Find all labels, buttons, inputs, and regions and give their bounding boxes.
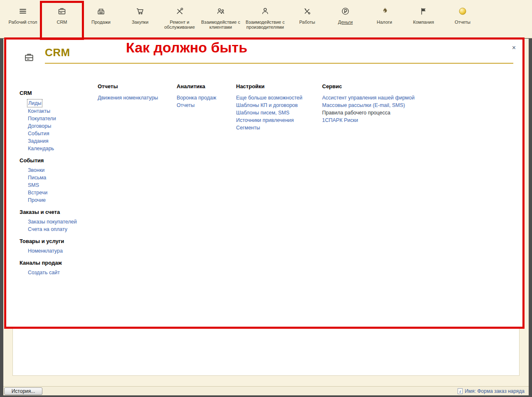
column-reports: Отчеты Движения номенклатуры [98,83,158,102]
sections-toolbar: Рабочий стол CRM Продажи Закупки Ремонт [0,0,532,38]
toolbar-tab-label: Рабочий стол [8,20,37,25]
people-icon [216,5,225,17]
column-header: Отчеты [98,83,158,90]
crm-icon [24,52,34,63]
toolbar-tab-works[interactable]: Работы [288,4,326,25]
nav-item-invoices[interactable]: Счета на оплату [28,226,96,233]
link-workflow-rules[interactable]: Правила рабочего процесса [322,109,434,117]
annotation-text: Как должно быть [126,40,247,56]
tools-icon [303,5,312,17]
toolbar-tab-client-interaction[interactable]: Взаимодействие с клиентами [200,4,242,30]
toolbar-tab-label: Закупки [132,20,148,25]
toolbar-tab-label: Отчеты [455,20,470,25]
toolbar-tab-label: Продажи [91,20,111,25]
toolbar-tab-label: Ремонт и обслуживание [160,20,200,30]
nav-item-letters[interactable]: Письма [28,174,96,181]
column-settings: Настройки Еще больше возможностей Шаблон… [236,83,302,132]
title-rule [45,63,513,64]
nav-group-goods-services: Товары и услуги Номенклатура [20,238,96,255]
history-button[interactable]: История... [4,387,42,395]
toolbar-tab-taxes[interactable]: Налоги [365,4,404,25]
link-proposal-templates[interactable]: Шаблоны КП и договоров [236,102,302,109]
toolbar-tab-label: Работы [299,20,315,25]
crm-section-menu: CRM Как должно быть × CRM Лиды Контакты … [4,37,525,329]
nav-item-other[interactable]: Прочие [28,196,96,204]
nav-item-calendar[interactable]: Календарь [28,145,96,152]
column-service: Сервис Ассистент управления нашей фирмой… [322,83,434,124]
close-icon[interactable]: × [510,44,517,52]
nav-group-crm: CRM Лиды Контакты Покупатели Договоры Со… [20,90,96,152]
column-header: Сервис [322,83,434,90]
nav-item-contracts[interactable]: Договоры [28,122,96,130]
nav-item-nomenclature[interactable]: Номенклатура [28,247,96,255]
panel-title: CRM [45,46,70,59]
toolbar-tab-label: Взаимодействие с клиентами [200,20,242,30]
nav-item-leads[interactable]: Лиды [27,99,42,107]
nav-item-customers[interactable]: Покупатели [28,115,96,122]
link-sales-funnel[interactable]: Воронка продаж [177,94,216,102]
toolbar-tab-repair-service[interactable]: Ремонт и обслуживание [160,4,200,30]
toolbar-tab-money[interactable]: Деньги [326,4,365,25]
crm-icon [57,5,66,17]
toolbar-tab-label: CRM [57,20,67,25]
person-icon [261,5,270,17]
panel-content: CRM Лиды Контакты Покупатели Договоры Со… [6,83,522,327]
cash-register-icon [96,5,106,17]
nav-item-events[interactable]: События [28,130,96,137]
column-analytics: Аналитика Воронка продаж Отчеты [177,83,216,109]
toolbar-tab-crm[interactable]: CRM [42,4,81,25]
link-management-assistant[interactable]: Ассистент управления нашей фирмой [322,94,434,102]
link-1spark-risks[interactable]: 1СПАРК Риски [322,117,434,124]
link-letter-sms-templates[interactable]: Шаблоны писем, SMS [236,109,302,117]
flag-icon [419,5,428,17]
cart-icon [135,5,145,17]
nav-group-header: Заказы и счета [20,209,96,216]
toolbar-tab-label: Взаимодействие с производителями [242,20,288,30]
toolbar-tab-sales[interactable]: Продажи [81,4,121,25]
info-icon: i [458,388,463,394]
nav-group-sales-channels: Каналы продаж Создать сайт [20,260,96,276]
toolbar-tab-purchases[interactable]: Закупки [121,4,160,25]
status-right: i Имя: Форма заказ наряда [458,388,525,394]
column-header: Аналитика [177,83,216,90]
sphere-reports-icon [458,5,467,17]
nav-group-orders-invoices: Заказы и счета Заказы покупателей Счета … [20,209,96,233]
toolbar-tab-label: Компания [413,20,434,25]
nav-item-create-site[interactable]: Создать сайт [28,269,96,276]
nav-group-events: События Звонки Письма SMS Встречи Прочие [20,157,96,204]
nav-group-header: CRM [20,90,96,97]
toolbar-tab-reports[interactable]: Отчеты [443,4,482,25]
crossed-tools-icon [175,5,184,17]
nav-group-header: Товары и услуги [20,238,96,245]
nav-group-header: Каналы продаж [20,260,96,266]
app-screen: Рабочий стол CRM Продажи Закупки Ремонт [0,0,532,397]
nav-item-customer-orders[interactable]: Заказы покупателей [28,218,96,226]
eagle-emblem-icon [380,5,389,17]
link-lead-sources[interactable]: Источники привлечения [236,117,302,124]
link-segments[interactable]: Сегменты [236,124,302,132]
link-more-features[interactable]: Еще больше возможностей [236,94,302,102]
toolbar-tab-label: Налоги [377,20,392,25]
status-bar: История... i Имя: Форма заказ наряда [3,386,529,395]
toolbar-tab-desktop[interactable]: Рабочий стол [3,4,42,25]
status-text: Имя: Форма заказ наряда [465,388,525,394]
panel-nav: CRM Лиды Контакты Покупатели Договоры Со… [20,90,96,281]
link-mass-mailings[interactable]: Массовые рассылки (E-mail, SMS) [322,102,434,109]
nav-item-sms[interactable]: SMS [28,181,96,189]
toolbar-tab-manufacturer-interaction[interactable]: Взаимодействие с производителями [242,4,288,30]
link-reports[interactable]: Отчеты [177,102,216,109]
menu-icon [18,5,27,17]
nav-item-meetings[interactable]: Встречи [28,189,96,196]
nav-item-calls[interactable]: Звонки [28,166,96,174]
nav-item-tasks[interactable]: Задания [28,137,96,145]
ruble-coin-icon [341,5,350,17]
nav-group-header: События [20,157,96,164]
toolbar-tab-company[interactable]: Компания [404,4,443,25]
link-item-movements[interactable]: Движения номенклатуры [98,94,158,102]
column-header: Настройки [236,83,302,90]
toolbar-tab-label: Деньги [338,20,353,25]
nav-item-contacts[interactable]: Контакты [28,107,96,115]
